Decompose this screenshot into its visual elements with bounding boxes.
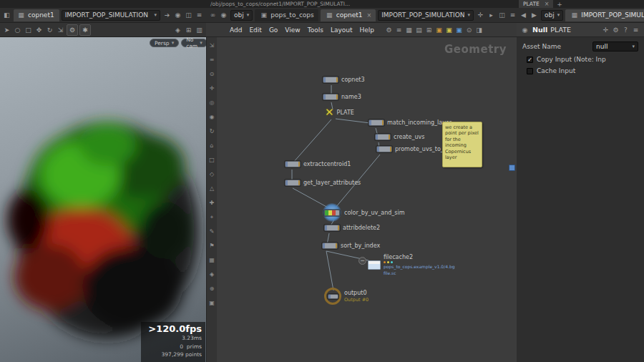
wireframe-icon[interactable]: □ — [208, 154, 216, 166]
move-tool-icon[interactable]: ✥ — [34, 25, 44, 34]
add-view-icon[interactable]: ✚ — [208, 197, 216, 209]
close-icon[interactable]: × — [545, 1, 550, 7]
asset-name-select[interactable]: null ▾ — [592, 41, 638, 52]
pin-icon[interactable]: ✛ — [476, 11, 485, 20]
network-path-bar[interactable]: /obj/pops_to_cops/copnet1/IMPORT_POP_SIM… — [206, 0, 517, 8]
node-name3[interactable]: name3 — [323, 94, 361, 100]
param-context-dropdown[interactable]: obj ▾ — [541, 10, 563, 21]
grid-view-icon[interactable]: ▦ — [404, 25, 414, 34]
rotate-tool-icon[interactable]: ↻ — [45, 25, 54, 34]
annotate-icon[interactable]: ✎ — [208, 225, 216, 238]
material-icon[interactable]: ◈ — [208, 268, 216, 280]
list-view-icon[interactable]: ▤ — [414, 25, 424, 34]
play-icon[interactable]: ▸ — [487, 11, 496, 20]
select-tool-icon[interactable]: ➤ — [2, 25, 11, 34]
node-attribdelete2[interactable]: attribdelete2 — [324, 225, 380, 231]
tab-copnet1[interactable]: ▦ copnet1 × — [321, 9, 376, 21]
node-get-layer-attributes[interactable]: get_layer_attributes — [285, 180, 361, 186]
pane-menu-icon[interactable]: ≡ — [195, 11, 204, 20]
persp-button[interactable]: Persp ▾ — [150, 39, 179, 47]
copy-input-checkbox[interactable]: ✓ — [527, 57, 533, 63]
context-dropdown[interactable]: obj ▾ — [230, 10, 253, 21]
node-color-by-uv-and-sim[interactable]: color_by_uv_and_sim — [323, 203, 405, 222]
split-pane-icon[interactable]: ◫ — [497, 11, 507, 20]
secure-selection-button[interactable]: ✱ — [79, 24, 91, 36]
collapse-badge[interactable]: − — [358, 257, 366, 265]
gear-icon[interactable]: ⚙ — [611, 25, 620, 34]
pane-maximize-icon[interactable]: ◨ — [474, 25, 484, 34]
history-icon[interactable]: ◉ — [219, 11, 228, 20]
tab-pops-to-cops[interactable]: ▣ pops_to_cops — [255, 9, 318, 21]
menu-help[interactable]: Help — [356, 25, 379, 35]
crosshair-icon[interactable]: ✛ — [208, 82, 216, 94]
node-extractcentroid1[interactable]: extractcentroid1 — [285, 161, 351, 167]
viewport-3d[interactable]: Persp ▾ No cam ▾ >120.0fps 3.23ms 0 prim… — [0, 37, 206, 362]
pin-icon[interactable]: ✛ — [601, 25, 610, 34]
view-options-icon[interactable]: ▥ — [195, 25, 204, 34]
box-select-tool-icon[interactable]: □ — [24, 25, 33, 34]
sticky-note[interactable]: we create a point per pixel for the inco… — [442, 122, 482, 167]
swatch-orange-icon[interactable]: ▣ — [434, 25, 444, 34]
network-overview-icon[interactable] — [509, 165, 515, 171]
viewport-layer-dropdown[interactable]: IMPORT_POP_SIMULATION ▾ — [62, 10, 160, 21]
swatch-blue-icon[interactable]: ▣ — [454, 25, 464, 34]
pivot-icon[interactable]: ⌖ — [208, 211, 216, 223]
normals-icon[interactable]: △ — [208, 182, 216, 195]
grid-toggle-icon[interactable]: ▦ — [208, 254, 216, 266]
cache-input-checkbox[interactable] — [527, 68, 533, 74]
camera-button[interactable]: No cam ▾ — [181, 39, 206, 47]
snapshot-icon[interactable]: ▣ — [208, 297, 216, 309]
scale-tool-icon[interactable]: ⇲ — [56, 25, 65, 34]
pane-menu-icon[interactable]: ≡ — [631, 25, 640, 34]
menu-tools[interactable]: Tools — [304, 25, 327, 35]
network-menu-bar: AddEditGoViewToolsLayoutHelp ⚙≡▦▤⊞▣▣▣⊙◨ — [206, 23, 517, 37]
menu-view[interactable]: View — [281, 25, 303, 35]
light-icon[interactable]: ⊕ — [208, 283, 216, 295]
home-view-icon[interactable]: ⌂ — [208, 140, 216, 152]
node-filecache2[interactable]: filecache2 pops_to_cops.example_v1.0/4.b… — [368, 254, 455, 276]
rotate-view-icon[interactable]: ↻ — [208, 125, 216, 137]
network-layer-dropdown[interactable]: IMPORT_POP_SIMULATION ▾ — [378, 10, 474, 21]
camera-lock-icon[interactable]: ⊙ — [208, 68, 216, 80]
pin-icon[interactable]: ◉ — [173, 11, 182, 20]
flag-icon[interactable]: ⚑ — [208, 240, 216, 252]
null-node-icon: ✕ — [325, 107, 334, 117]
view-menu-icon[interactable]: ≡ — [208, 54, 216, 66]
shaded-mode-icon[interactable]: ◇ — [208, 168, 216, 180]
help-icon[interactable]: ? — [621, 25, 630, 34]
layout-grid-icon[interactable]: ⊞ — [424, 25, 434, 34]
close-icon[interactable]: × — [366, 12, 371, 19]
expand-view-icon[interactable]: ⇲ — [208, 39, 216, 52]
node-create-uvs[interactable]: create_uvs — [375, 134, 424, 140]
link-icon[interactable]: ∞ — [208, 11, 218, 20]
snap-icon[interactable]: ◈ — [173, 25, 182, 34]
grid-snap-icon[interactable]: ⊞ — [184, 25, 193, 34]
lasso-select-tool-icon[interactable]: ○ — [13, 25, 22, 34]
param-tab-plate[interactable]: PLATE × — [519, 0, 553, 8]
target-icon[interactable]: ◎ — [208, 97, 216, 109]
node-name-field[interactable]: PLATE — [550, 26, 571, 34]
menu-add[interactable]: Add — [226, 25, 245, 35]
handles-mode-button[interactable]: ⚙ — [67, 24, 78, 36]
node-plate[interactable]: ✕ PLATE — [325, 107, 354, 117]
menu-layout[interactable]: Layout — [327, 25, 356, 35]
search-icon[interactable]: ⊙ — [464, 25, 474, 34]
menu-edit[interactable]: Edit — [245, 25, 265, 35]
param-context-tab[interactable]: ▦ IMPORT_POP_SIMULAT — [565, 9, 644, 21]
menu-go[interactable]: Go — [265, 25, 281, 35]
wrench-icon[interactable]: ⚙ — [384, 25, 394, 34]
export-arrow-icon[interactable]: ➔ — [162, 11, 172, 20]
forward-icon[interactable]: ▶ — [530, 11, 539, 20]
node-match-incoming-layer[interactable]: match_incoming_layer — [369, 119, 452, 126]
back-icon[interactable]: ◀ — [519, 11, 528, 20]
network-editor[interactable]: Geometry copnet3 name3 ✕ PLATE match_inc… — [206, 37, 517, 362]
swatch-yellow-icon[interactable]: ▣ — [444, 25, 454, 34]
node-info-icon[interactable]: ≡ — [394, 25, 404, 34]
node-output0[interactable]: output0 Output #0 — [324, 288, 369, 305]
node-copnet3[interactable]: copnet3 — [323, 77, 365, 83]
split-pane-icon[interactable]: ◫ — [184, 11, 193, 20]
pane-handle-icon[interactable]: ◧ — [2, 11, 11, 20]
node-sort-by-index[interactable]: sort_by_index — [322, 243, 380, 249]
visibility-icon[interactable]: ◉ — [208, 111, 216, 123]
viewport-pane-tab[interactable]: ▦ copnet1 — [14, 9, 59, 21]
